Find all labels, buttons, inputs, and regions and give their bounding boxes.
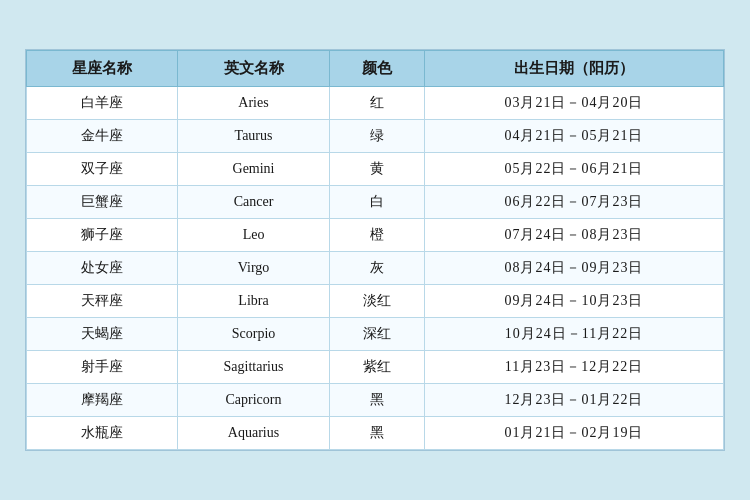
cell-english-name: Taurus — [178, 120, 329, 153]
cell-dates: 11月23日－12月22日 — [424, 351, 723, 384]
cell-chinese-name: 双子座 — [27, 153, 178, 186]
cell-color: 黑 — [329, 384, 424, 417]
cell-dates: 03月21日－04月20日 — [424, 87, 723, 120]
cell-chinese-name: 金牛座 — [27, 120, 178, 153]
cell-english-name: Virgo — [178, 252, 329, 285]
cell-english-name: Capricorn — [178, 384, 329, 417]
cell-color: 橙 — [329, 219, 424, 252]
cell-english-name: Gemini — [178, 153, 329, 186]
header-color: 颜色 — [329, 51, 424, 87]
cell-english-name: Aries — [178, 87, 329, 120]
zodiac-table: 星座名称 英文名称 颜色 出生日期（阳历） 白羊座Aries红03月21日－04… — [26, 50, 724, 450]
table-row: 射手座Sagittarius紫红11月23日－12月22日 — [27, 351, 724, 384]
cell-english-name: Libra — [178, 285, 329, 318]
table-row: 水瓶座Aquarius黑01月21日－02月19日 — [27, 417, 724, 450]
cell-dates: 09月24日－10月23日 — [424, 285, 723, 318]
cell-english-name: Cancer — [178, 186, 329, 219]
header-dates: 出生日期（阳历） — [424, 51, 723, 87]
table-row: 摩羯座Capricorn黑12月23日－01月22日 — [27, 384, 724, 417]
cell-color: 紫红 — [329, 351, 424, 384]
table-row: 处女座Virgo灰08月24日－09月23日 — [27, 252, 724, 285]
cell-dates: 10月24日－11月22日 — [424, 318, 723, 351]
cell-dates: 12月23日－01月22日 — [424, 384, 723, 417]
table-row: 双子座Gemini黄05月22日－06月21日 — [27, 153, 724, 186]
cell-dates: 04月21日－05月21日 — [424, 120, 723, 153]
cell-color: 灰 — [329, 252, 424, 285]
cell-chinese-name: 水瓶座 — [27, 417, 178, 450]
table-row: 天秤座Libra淡红09月24日－10月23日 — [27, 285, 724, 318]
cell-english-name: Sagittarius — [178, 351, 329, 384]
cell-color: 红 — [329, 87, 424, 120]
cell-color: 黄 — [329, 153, 424, 186]
cell-chinese-name: 射手座 — [27, 351, 178, 384]
table-header-row: 星座名称 英文名称 颜色 出生日期（阳历） — [27, 51, 724, 87]
cell-color: 黑 — [329, 417, 424, 450]
cell-dates: 06月22日－07月23日 — [424, 186, 723, 219]
cell-color: 绿 — [329, 120, 424, 153]
cell-chinese-name: 狮子座 — [27, 219, 178, 252]
cell-dates: 08月24日－09月23日 — [424, 252, 723, 285]
cell-color: 白 — [329, 186, 424, 219]
cell-chinese-name: 天秤座 — [27, 285, 178, 318]
cell-dates: 05月22日－06月21日 — [424, 153, 723, 186]
cell-english-name: Leo — [178, 219, 329, 252]
cell-english-name: Scorpio — [178, 318, 329, 351]
cell-chinese-name: 处女座 — [27, 252, 178, 285]
zodiac-table-wrapper: 星座名称 英文名称 颜色 出生日期（阳历） 白羊座Aries红03月21日－04… — [25, 49, 725, 451]
cell-chinese-name: 摩羯座 — [27, 384, 178, 417]
table-row: 巨蟹座Cancer白06月22日－07月23日 — [27, 186, 724, 219]
cell-dates: 01月21日－02月19日 — [424, 417, 723, 450]
table-row: 狮子座Leo橙07月24日－08月23日 — [27, 219, 724, 252]
cell-dates: 07月24日－08月23日 — [424, 219, 723, 252]
cell-english-name: Aquarius — [178, 417, 329, 450]
table-row: 金牛座Taurus绿04月21日－05月21日 — [27, 120, 724, 153]
table-row: 白羊座Aries红03月21日－04月20日 — [27, 87, 724, 120]
header-english-name: 英文名称 — [178, 51, 329, 87]
table-row: 天蝎座Scorpio深红10月24日－11月22日 — [27, 318, 724, 351]
cell-color: 深红 — [329, 318, 424, 351]
cell-color: 淡红 — [329, 285, 424, 318]
header-chinese-name: 星座名称 — [27, 51, 178, 87]
cell-chinese-name: 巨蟹座 — [27, 186, 178, 219]
cell-chinese-name: 天蝎座 — [27, 318, 178, 351]
cell-chinese-name: 白羊座 — [27, 87, 178, 120]
